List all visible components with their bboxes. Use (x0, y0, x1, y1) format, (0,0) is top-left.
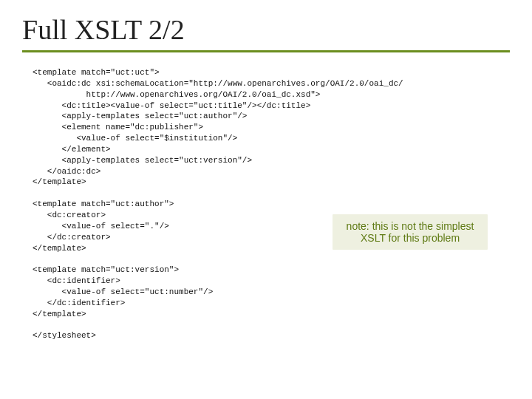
code-block: <template match="uct:uct"> <oaidc:dc xsi… (0, 52, 532, 341)
code-line: </element> (33, 145, 111, 154)
code-line: <dc:title><value-of select="uct:title"/>… (33, 101, 310, 110)
code-line: </template> (33, 177, 86, 186)
code-line: </oaidc:dc> (33, 167, 100, 176)
note-callout: note: this is not the simplest XSLT for … (332, 214, 488, 250)
code-line: <value-of select="uct:number"/> (33, 287, 213, 296)
code-line: <value-of select="$institution"/> (33, 134, 237, 143)
code-line: <apply-templates select="uct:version"/> (33, 156, 252, 165)
code-line: </template> (33, 244, 86, 253)
code-line: <dc:identifier> (33, 276, 120, 285)
code-line: </stylesheet> (33, 331, 96, 340)
code-line: <template match="uct:author"> (33, 200, 174, 208)
slide: Full XSLT 2/2 <template match="uct:uct">… (0, 0, 532, 399)
code-line: <element name="dc:publisher"> (33, 123, 203, 132)
code-line: http://www.openarchives.org/OAI/2.0/oai_… (33, 90, 320, 99)
code-line: <template match="uct:uct"> (33, 68, 160, 77)
code-line: </dc:creator> (33, 233, 111, 242)
code-line: <apply-templates select="uct:author"/> (33, 112, 247, 120)
code-line: <dc:creator> (33, 211, 106, 219)
title-block: Full XSLT 2/2 (0, 0, 532, 52)
code-line: <template match="uct:version"> (33, 265, 179, 274)
code-line: </template> (33, 310, 86, 318)
code-line: </dc:identifier> (33, 299, 125, 307)
slide-title: Full XSLT 2/2 (22, 13, 532, 50)
code-line: <value-of select="."/> (33, 222, 169, 231)
code-line: <oaidc:dc xsi:schemaLocation="http://www… (33, 79, 403, 88)
